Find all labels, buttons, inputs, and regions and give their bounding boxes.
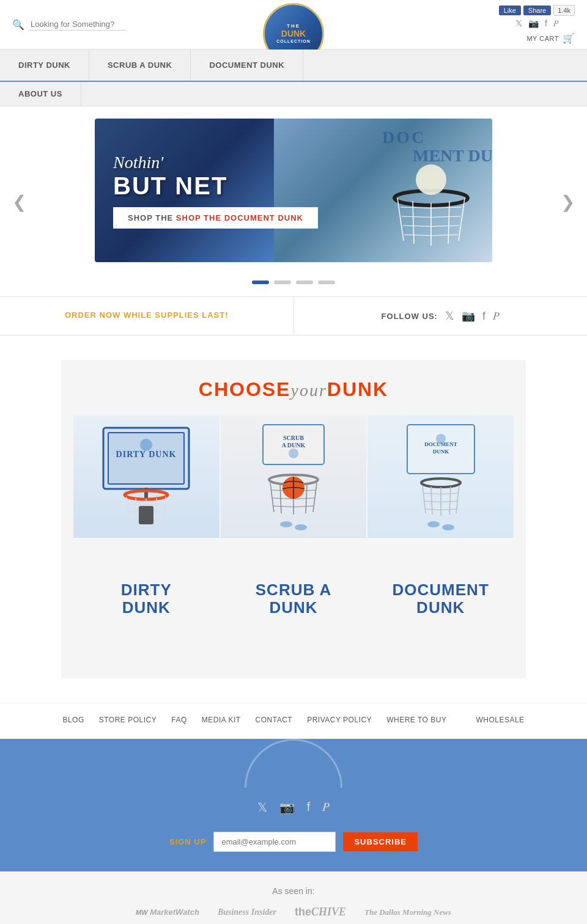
pinterest-footer-icon[interactable]: 𝑃 (322, 800, 330, 815)
svg-line-43 (449, 486, 451, 515)
nav-item-about-us[interactable]: ABOUT US (0, 82, 81, 106)
nav-item-scrub-a-dunk[interactable]: SCRUB A DUNK (89, 50, 191, 81)
instagram-follow-icon[interactable]: 📷 (462, 309, 475, 323)
as-seen-logos: MW MarketWatch Business Insider theCHIVE… (12, 906, 575, 919)
footer-signup: SIGN UP SUBSCRIBE (12, 824, 575, 859)
scrub-dunk-card[interactable]: SCRUB A DUNK (221, 416, 367, 660)
facebook-like-button[interactable]: Like (499, 6, 521, 15)
nav-item-dirty-dunk[interactable]: DIRTY DUNK (0, 50, 89, 81)
twitter-footer-icon[interactable]: 𝕏 (257, 800, 267, 815)
hero-shop-button[interactable]: SHOP THE SHOP THE DOCUMENT DUNK (113, 207, 318, 229)
svg-line-19 (163, 497, 166, 522)
doc-dunk-name: DOCUMENT DUNK (393, 581, 489, 616)
wholesale-link[interactable]: WHOLESALE (476, 716, 524, 727)
facebook-icon-top[interactable]: f (545, 18, 547, 29)
twitter-icon-top[interactable]: 𝕏 (515, 18, 522, 29)
cart-label: MY CART (526, 35, 559, 42)
store-policy-link[interactable]: STORE POLICY (99, 716, 157, 727)
svg-text:DOC: DOC (382, 128, 426, 147)
svg-point-33 (280, 521, 292, 527)
faq-link[interactable]: FAQ (171, 716, 187, 727)
facebook-count: 1.4k (553, 5, 575, 16)
slider-dot-1[interactable] (252, 280, 269, 284)
slider-dot-2[interactable] (274, 280, 291, 284)
facebook-share-button[interactable]: Share (523, 6, 551, 15)
instagram-footer-icon[interactable]: 📷 (279, 800, 295, 815)
order-bar: ORDER NOW WHILE SUPPLIES LAST! FOLLOW US… (0, 296, 587, 336)
svg-text:SCRUB: SCRUB (283, 435, 304, 441)
choose-title-choose: CHOOSE (199, 378, 291, 400)
doc-dunk-image: DOCUMENT DUNK (367, 416, 514, 538)
search-input[interactable] (28, 18, 126, 31)
slider-dot-3[interactable] (296, 280, 313, 284)
svg-line-41 (431, 486, 432, 515)
logo-line2: COLLECTION (276, 39, 311, 44)
svg-point-46 (442, 524, 454, 530)
products-grid: DIRTY DUNK (73, 416, 514, 660)
footer-links: BLOG STORE POLICY FAQ MEDIA KIT CONTACT … (0, 703, 587, 739)
hero-headline: BUT NET (113, 172, 318, 200)
twitter-follow-icon[interactable]: 𝕏 (445, 309, 454, 323)
footer-social: 𝕏 📷 f 𝑃 (12, 788, 575, 824)
pinterest-icon-top[interactable]: 𝑃 (553, 18, 558, 29)
footer-bottom: 𝕏 📷 f 𝑃 SIGN UP SUBSCRIBE (0, 739, 587, 871)
svg-text:DIRTY DUNK: DIRTY DUNK (116, 450, 177, 459)
order-now-text: ORDER NOW WHILE SUPPLIES LAST! (65, 310, 229, 320)
hero-btn-label: SHOP THE DOCUMENT DUNK (176, 213, 303, 222)
choose-title: CHOOSEyourDUNK (73, 378, 514, 401)
doc-dunk-card[interactable]: DOCUMENT DUNK (367, 416, 514, 660)
contact-link[interactable]: CONTACT (256, 716, 293, 727)
dirty-dunk-image: DIRTY DUNK (73, 416, 220, 538)
logo-line1: THE (276, 23, 311, 29)
media-kit-link[interactable]: MEDIA KIT (202, 716, 241, 727)
marketwatch-logo: MW MarketWatch (136, 908, 199, 917)
nav-item-document-dunk[interactable]: DOCUMENT DUNK (191, 50, 303, 81)
svg-point-45 (427, 521, 440, 527)
svg-line-16 (136, 498, 136, 524)
as-seen-title: As seen in: (12, 886, 575, 896)
svg-line-18 (156, 498, 157, 524)
choose-dunk-section: CHOOSEyourDUNK DIRTY DUNK (61, 360, 526, 678)
svg-text:MENT DU: MENT DU (413, 146, 492, 165)
blog-link[interactable]: BLOG (62, 716, 84, 727)
thechive-logo: theCHIVE (295, 906, 346, 919)
svg-rect-20 (139, 506, 153, 524)
slider-prev-button[interactable]: ❮ (6, 191, 32, 211)
slider-dot-4[interactable] (318, 280, 335, 284)
email-input[interactable] (213, 832, 336, 852)
svg-text:A DUNK: A DUNK (282, 442, 306, 449)
choose-title-dunk: DUNK (327, 378, 388, 400)
search-area: 🔍 (12, 18, 126, 31)
svg-point-39 (421, 479, 460, 487)
social-top-area: Like Share 1.4k 𝕏 📷 f 𝑃 (499, 5, 575, 29)
instagram-icon-top[interactable]: 📷 (528, 18, 539, 29)
slider-next-button[interactable]: ❯ (555, 191, 581, 211)
logo-dunk: DUNK (276, 29, 311, 39)
svg-line-15 (127, 497, 129, 522)
svg-point-24 (289, 449, 298, 458)
hero-tagline: Nothin' (113, 153, 318, 172)
svg-point-12 (140, 439, 152, 451)
cart-icon: 🛒 (563, 32, 575, 44)
pinterest-follow-icon[interactable]: 𝑃 (493, 310, 500, 323)
scrub-dunk-image: SCRUB A DUNK (221, 416, 367, 538)
where-to-buy-link[interactable]: WHERE TO BUY (386, 716, 446, 727)
scrub-dunk-name: SCRUB A DUNK (256, 581, 331, 616)
svg-point-38 (436, 434, 446, 444)
navigation: DIRTY DUNK SCRUB A DUNK DOCUMENT DUNK AB… (0, 50, 587, 106)
follow-label: FOLLOW US: (382, 312, 438, 321)
signup-label: SIGN UP (169, 837, 206, 846)
cart-area[interactable]: MY CART 🛒 (526, 32, 575, 44)
svg-line-26 (270, 483, 274, 512)
privacy-policy-link[interactable]: PRIVACY POLICY (307, 716, 372, 727)
svg-text:DUNK: DUNK (432, 449, 449, 455)
dirty-dunk-card[interactable]: DIRTY DUNK (73, 416, 220, 660)
svg-point-34 (295, 524, 307, 530)
slider-dots (0, 274, 587, 296)
subscribe-button[interactable]: SUBSCRIBE (343, 832, 418, 851)
search-icon[interactable]: 🔍 (12, 19, 24, 31)
dirty-dunk-name: DIRTY DUNK (121, 581, 172, 616)
facebook-footer-icon[interactable]: f (307, 800, 311, 815)
dallas-morning-news-logo: The Dallas Morning News (364, 908, 451, 917)
facebook-follow-icon[interactable]: f (482, 310, 485, 323)
